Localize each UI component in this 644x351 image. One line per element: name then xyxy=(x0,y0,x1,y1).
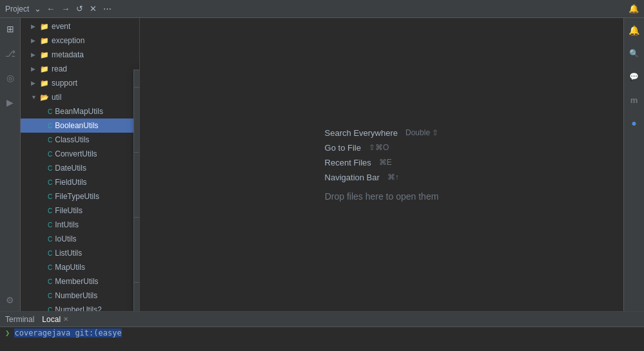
menu-item-cut[interactable]: ✂ Cut ⌘X xyxy=(134,89,140,104)
notification-icon[interactable]: 🔔 xyxy=(629,4,639,14)
terminal-command: coveragejava git:(easye xyxy=(14,328,121,337)
tree-label: metadata xyxy=(52,50,84,59)
nav-bar-label: Navigation Bar xyxy=(325,173,380,182)
go-to-file-shortcut: ⇧⌘O xyxy=(369,143,389,152)
tree-item-util[interactable]: ▼ 📂 util xyxy=(21,90,139,104)
activity-bar: ⊞ ⎇ ◎ ▶ ⚙ xyxy=(0,18,21,311)
tree-item-metadata[interactable]: ▶ 📁 metadata xyxy=(21,48,139,62)
class-icon: C xyxy=(48,264,52,271)
tree-item-fieldutils[interactable]: C FieldUtils xyxy=(21,175,139,189)
tree-label: IoUtils xyxy=(55,234,76,243)
right-notification-icon[interactable]: 🔔 xyxy=(627,23,641,37)
menu-item-analyze[interactable]: Analyze ▶ xyxy=(134,169,140,185)
tree-item-filetypeutils[interactable]: C FileTypeUtils xyxy=(21,189,139,204)
tree-item-intutils[interactable]: C IntUtils xyxy=(21,218,139,232)
terminal-prompt-icon: ❯ xyxy=(5,328,10,337)
tree-item-exception[interactable]: ▶ 📁 exception xyxy=(21,33,139,48)
project-dropdown-icon[interactable]: ⌄ xyxy=(34,4,41,14)
optimize-label: Optimize Imports xyxy=(139,238,140,247)
class-icon: C xyxy=(48,207,52,214)
menu-item-copy-path[interactable]: Copy Path/Reference... xyxy=(134,120,140,135)
class-icon: C xyxy=(48,236,52,243)
reformat-icon: ≡ xyxy=(139,222,140,231)
tree-item-support[interactable]: ▶ 📁 support xyxy=(21,76,139,90)
tree-item-read[interactable]: ▶ 📁 read xyxy=(21,62,139,76)
context-menu: New ▶ ● Comate: 针对文件生产单测 ● Comate: 生成dao… xyxy=(133,70,140,311)
class-icon: C xyxy=(48,307,52,312)
terminal-tab-local[interactable]: Local ✕ xyxy=(42,315,68,324)
menu-item-open-in[interactable]: Open In ▶ xyxy=(134,299,140,311)
tree-arrow: ▶ xyxy=(31,37,39,44)
menu-item-new-left: New xyxy=(139,73,140,82)
override-filetype-label: Override File Type xyxy=(139,269,140,278)
open-right-split-icon: ⬚ xyxy=(139,287,140,296)
menu-item-delete[interactable]: Delete... ⌦ xyxy=(134,250,140,265)
right-search-icon[interactable]: 🔍 xyxy=(627,46,641,61)
right-chat-icon[interactable]: 💬 xyxy=(627,70,641,84)
menu-item-open-right-split[interactable]: ⬚ Open in Right Split ⇧↵ xyxy=(134,284,140,299)
paste-icon: 📋 xyxy=(139,138,140,147)
main-layout: ⊞ ⎇ ◎ ▶ ⚙ ▶ 📁 event ▶ 📁 exception ▶ 📁 me… xyxy=(0,18,644,311)
tree-label: ClassUtils xyxy=(55,135,89,144)
tree-label: NumberUtils xyxy=(55,291,97,300)
go-to-file-label: Go to File xyxy=(325,143,361,153)
menu-item-refactor[interactable]: Refactor ▶ xyxy=(134,185,140,200)
tree-item-fileutils[interactable]: C FileUtils xyxy=(21,204,139,218)
tree-item-event[interactable]: ▶ 📁 event xyxy=(21,19,139,33)
class-icon: C xyxy=(48,179,52,186)
terminal-tab-local-label: Local xyxy=(42,315,61,324)
close-icon[interactable]: ✕ xyxy=(90,4,97,14)
tree-item-classutils[interactable]: C ClassUtils xyxy=(21,133,139,147)
menu-item-reformat[interactable]: ≡ Reformat Code ⌥⌘L xyxy=(134,219,140,234)
activity-git-icon[interactable]: ⎇ xyxy=(3,46,17,61)
activity-search-icon[interactable]: ◎ xyxy=(3,71,17,85)
menu-item-copy[interactable]: ⧉ Copy ⌘C xyxy=(134,104,140,120)
tree-item-dateutils[interactable]: C DateUtils xyxy=(21,161,139,175)
terminal-bar: Terminal Local ✕ ❯ coveragejava git:(eas… xyxy=(0,311,644,351)
terminal-tabs: Terminal Local ✕ xyxy=(0,312,644,327)
sidebar: ▶ 📁 event ▶ 📁 exception ▶ 📁 metadata ▶ 📁… xyxy=(21,18,140,311)
tree-label: BeanMapUtils xyxy=(55,107,103,116)
menu-item-reformat-left: ≡ Reformat Code xyxy=(139,222,140,231)
menu-item-bookmarks[interactable]: Bookmarks ▶ xyxy=(134,200,140,216)
menu-item-refactor-left: Refactor xyxy=(139,188,140,197)
menu-item-override-filetype[interactable]: Override File Type xyxy=(134,265,140,281)
tree-item-ioutils[interactable]: C IoUtils xyxy=(21,232,139,246)
tree-item-convertutils[interactable]: C ConvertUtils xyxy=(21,147,139,161)
menu-item-optimize[interactable]: Optimize Imports ^⌥O xyxy=(134,234,140,250)
activity-settings-icon[interactable]: ⚙ xyxy=(3,293,17,307)
tree-item-numberutils2[interactable]: C NumberUtils2 xyxy=(21,303,139,311)
tree-arrow: ▶ xyxy=(31,80,39,86)
menu-item-find-usages[interactable]: Find Usages ⌥F7 xyxy=(134,154,140,169)
forward-icon[interactable]: → xyxy=(61,4,70,14)
menu-item-analyze-left: Analyze xyxy=(139,173,140,182)
right-m-icon[interactable]: m xyxy=(627,93,641,107)
tree-item-numberutils[interactable]: C NumberUtils xyxy=(21,289,139,303)
cut-icon: ✂ xyxy=(139,92,140,101)
top-bar-icons: ← → ↺ ✕ ⋯ xyxy=(46,4,112,14)
tree-label: FileUtils xyxy=(55,206,83,215)
menu-item-new[interactable]: New ▶ ● Comate: 针对文件生产单测 ● Comate: 生成dao… xyxy=(134,70,140,86)
find-usages-label: Find Usages xyxy=(139,157,140,166)
tree-item-beanmaputils[interactable]: C BeanMapUtils xyxy=(21,104,139,119)
folder-icon: 📁 xyxy=(40,37,49,45)
refresh-icon[interactable]: ↺ xyxy=(76,4,83,14)
more-icon[interactable]: ⋯ xyxy=(103,4,112,14)
class-icon: C xyxy=(48,108,52,115)
activity-run-icon[interactable]: ▶ xyxy=(3,95,17,109)
tree-item-booleanutils[interactable]: C BooleanUtils xyxy=(21,119,139,133)
activity-project-icon[interactable]: ⊞ xyxy=(3,22,17,36)
nav-bar-item: Navigation Bar ⌘↑ xyxy=(325,173,399,182)
search-everywhere-label: Search Everywhere xyxy=(325,128,398,138)
tree-item-memberutils[interactable]: C MemberUtils xyxy=(21,274,139,289)
menu-item-paste[interactable]: 📋 Paste ⌘V xyxy=(134,135,140,151)
tree-item-maputils[interactable]: C MapUtils xyxy=(21,260,139,274)
analyze-label: Analyze xyxy=(139,173,140,182)
back-icon[interactable]: ← xyxy=(46,4,55,14)
terminal-tab-close-icon[interactable]: ✕ xyxy=(63,316,68,323)
menu-item-open-in-left: Open In xyxy=(139,303,140,311)
terminal-tab-terminal[interactable]: Terminal xyxy=(5,315,34,324)
right-comate-icon[interactable]: ● xyxy=(627,116,641,130)
top-bar: Project ⌄ ← → ↺ ✕ ⋯ 🔔 xyxy=(0,0,644,18)
tree-item-listutils[interactable]: C ListUtils xyxy=(21,246,139,260)
